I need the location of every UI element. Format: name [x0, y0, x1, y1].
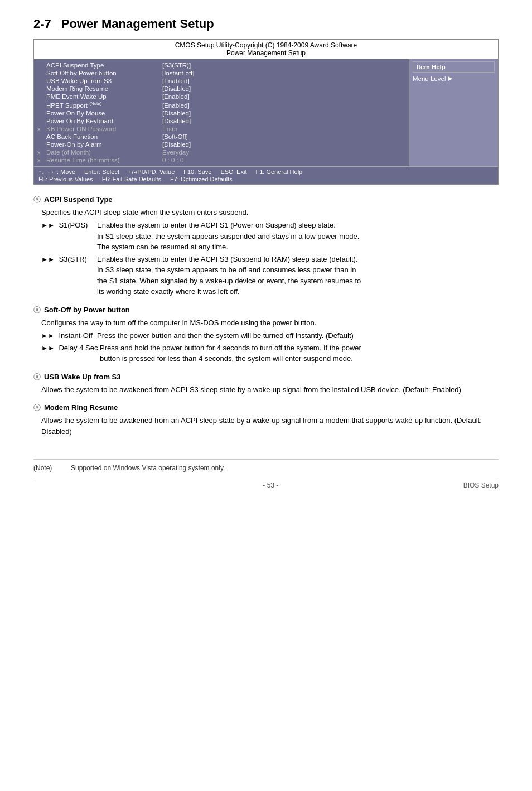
row-label: Modem Ring Resume [46, 85, 158, 92]
section-title-row: Ⓐ USB Wake Up from S3 [33, 372, 499, 382]
row-value: Enter [162, 126, 178, 132]
section-intro: Configures the way to turn off the compu… [41, 317, 499, 329]
footer-help: F1: General Help [255, 168, 302, 175]
row-label: Power On By Mouse [46, 110, 158, 117]
row-value: [Disabled] [162, 141, 191, 148]
item-help-box: Item Help [413, 61, 495, 73]
bullet-label: ►► S3(STR) [41, 254, 97, 297]
footer-move: ↑↓→←: Move [38, 168, 75, 175]
table-row[interactable]: x KB Power ON Password Enter [37, 125, 405, 133]
bullet-text: Press the power button and then the syst… [97, 330, 499, 341]
page-right-label: BIOS Setup [463, 481, 499, 489]
table-row[interactable]: AC Back Function [Soft-Off] [37, 133, 405, 141]
footer-prev: F5: Previous Values [38, 176, 93, 182]
section-number: 2-7 [33, 17, 51, 31]
row-label: Power-On by Alarm [46, 141, 158, 148]
table-row[interactable]: ACPI Suspend Type [S3(STR)] [37, 61, 405, 69]
subsection-title: USB Wake Up from S3 [44, 373, 121, 381]
table-row[interactable]: Power On By Mouse [Disabled] [37, 109, 405, 117]
table-row[interactable]: Power-On by Alarm [Disabled] [37, 141, 405, 148]
page-number: - 53 - [78, 481, 463, 489]
footer-save: F10: Save [183, 168, 211, 175]
section-title-row: Ⓐ Modem Ring Resume [33, 403, 499, 413]
section-title-row: Ⓐ ACPI Suspend Type [33, 195, 499, 205]
table-row[interactable]: x Date (of Month) Everyday [37, 148, 405, 156]
row-value: [Enabled] [162, 102, 190, 109]
section-heading: 2-7 Power Management Setup [33, 17, 499, 31]
section-title: Power Management Setup [61, 17, 214, 31]
row-value: [Enabled] [162, 93, 190, 100]
row-label: Date (of Month) [46, 149, 158, 156]
row-value: [Disabled] [162, 85, 191, 92]
section-arrow-icon: Ⓐ [33, 403, 41, 413]
bios-menu-items: ACPI Suspend Type [S3(STR)] Soft-Off by … [34, 59, 409, 166]
bullet-row: ►► Delay 4 Sec. Press and hold the power… [41, 343, 499, 364]
bios-title-bar: CMOS Setup Utility-Copyright (C) 1984-20… [34, 40, 498, 59]
row-value: [Disabled] [162, 118, 191, 124]
table-row[interactable]: x Resume Time (hh:mm:ss) 0 : 0 : 0 [37, 156, 405, 164]
bios-title-line1: CMOS Setup Utility-Copyright (C) 1984-20… [34, 41, 498, 49]
row-label: PME Event Wake Up [46, 93, 158, 100]
section-intro: Specifies the ACPI sleep state when the … [41, 207, 499, 218]
row-value: [Soft-Off] [162, 133, 188, 140]
footer-value: +/-/PU/PD: Value [128, 168, 175, 175]
section-acpi-suspend-type: Ⓐ ACPI Suspend Type Specifies the ACPI s… [33, 195, 499, 297]
bullet-text: Press and hold the power button for 4 se… [100, 343, 499, 364]
row-label: Soft-Off by Power button [46, 70, 158, 76]
page-footer: - 53 - BIOS Setup [33, 478, 499, 489]
section-title-row: Ⓐ Soft-Off by Power button [33, 305, 499, 315]
bullet-row: ►► S3(STR) Enables the system to enter t… [41, 254, 499, 297]
bullet-text: Enables the system to enter the ACPI S1 … [97, 220, 499, 253]
row-label: Resume Time (hh:mm:ss) [46, 157, 158, 163]
table-row[interactable]: HPET Support (Note) [Enabled] [37, 100, 405, 109]
bullet-row: ►► Instant-Off Press the power button an… [41, 330, 499, 341]
table-row[interactable]: Modem Ring Resume [Disabled] [37, 85, 405, 93]
bullet-text: Enables the system to enter the ACPI S3 … [97, 254, 499, 297]
row-label: Power On By Keyboard [46, 118, 158, 124]
row-value: [Enabled] [162, 78, 190, 84]
note-text: Supported on Windows Vista operating sys… [71, 464, 225, 472]
footer-optimized: F7: Optimized Defaults [170, 176, 233, 182]
section-arrow-icon: Ⓐ [33, 372, 41, 382]
footer-select: Enter: Select [84, 168, 119, 175]
bullet-label: ►► S1(POS) [41, 220, 97, 253]
section-bullets: ►► Instant-Off Press the power button an… [41, 330, 499, 364]
menu-level-row: Menu Level ▶ [413, 75, 495, 82]
section-bullets: ►► S1(POS) Enables the system to enter t… [41, 220, 499, 297]
row-label: ACPI Suspend Type [46, 62, 158, 69]
footer-row-1: ↑↓→←: Move Enter: Select +/-/PU/PD: Valu… [38, 168, 302, 175]
menu-arrow-icon: ▶ [448, 75, 452, 82]
row-label: USB Wake Up from S3 [46, 78, 158, 84]
footer-row-2: F5: Previous Values F6: Fail-Safe Defaul… [38, 176, 302, 182]
subsection-title: Modem Ring Resume [44, 403, 118, 412]
table-row[interactable]: Power On By Keyboard [Disabled] [37, 117, 405, 125]
table-row[interactable]: USB Wake Up from S3 [Enabled] [37, 77, 405, 85]
row-value: Everyday [162, 149, 189, 156]
bullet-label: ►► Instant-Off [41, 330, 97, 341]
section-arrow-icon: Ⓐ [33, 305, 41, 315]
bullet-label: ►► Delay 4 Sec. [41, 343, 100, 364]
section-intro: Allows the system to be awakened from an… [41, 415, 499, 437]
menu-level-label: Menu Level [413, 75, 446, 82]
footer-left: ↑↓→←: Move Enter: Select +/-/PU/PD: Valu… [38, 168, 302, 182]
row-label: KB Power ON Password [46, 126, 158, 132]
row-value: 0 : 0 : 0 [162, 157, 183, 163]
note-label: (Note) [33, 464, 64, 472]
bios-item-help: Item Help Menu Level ▶ [409, 59, 498, 166]
item-help-title: Item Help [417, 64, 446, 70]
bios-box: CMOS Setup Utility-Copyright (C) 1984-20… [33, 39, 499, 185]
bottom-note: (Note) Supported on Windows Vista operat… [33, 459, 499, 472]
row-value: [Disabled] [162, 110, 191, 117]
bullet-row: ►► S1(POS) Enables the system to enter t… [41, 220, 499, 253]
bios-title-line2: Power Management Setup [34, 49, 498, 57]
footer-esc: ESC: Exit [220, 168, 246, 175]
row-label: HPET Support (Note) [46, 101, 158, 109]
row-value: [Instant-off] [162, 70, 194, 76]
footer-failsafe: F6: Fail-Safe Defaults [102, 176, 161, 182]
row-label: AC Back Function [46, 133, 158, 140]
table-row[interactable]: PME Event Wake Up [Enabled] [37, 93, 405, 100]
table-row[interactable]: Soft-Off by Power button [Instant-off] [37, 69, 405, 77]
row-value: [S3(STR)] [162, 62, 191, 69]
bios-footer: ↑↓→←: Move Enter: Select +/-/PU/PD: Valu… [34, 166, 498, 184]
section-usb-wakeup: Ⓐ USB Wake Up from S3 Allows the system … [33, 372, 499, 396]
